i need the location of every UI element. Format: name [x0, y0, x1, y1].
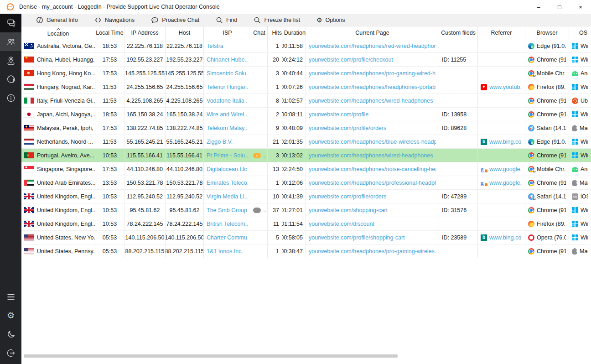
ip-address-cell: 22.225.76.118 — [124, 39, 166, 52]
visitor-row[interactable]: Australia, Victoria, Ge... 18:53 22.225.… — [21, 39, 591, 53]
isp-link[interactable]: 1&1 Ionos Inc. — [207, 248, 243, 255]
referrer-link[interactable]: www.bing.co... — [489, 139, 522, 145]
column-header-os[interactable]: OS — [569, 26, 591, 39]
visitor-row[interactable]: Italy, Friuli-Venezia Gi... 11:53 4.225.… — [21, 94, 591, 108]
column-header-hits[interactable]: Hits — [268, 26, 282, 39]
chat-bubble-answered-icon[interactable] — [253, 153, 261, 158]
current-page-link[interactable]: yourwebsite.com/headphones/red-wired-hea… — [309, 43, 436, 49]
current-page-link[interactable]: yourwebsite.com/profile/checkout — [309, 57, 393, 63]
toolbar-options-button[interactable]: ⚙ Options — [316, 17, 345, 23]
current-page-link[interactable]: yourwebsite.com/headphones/professional-… — [309, 180, 436, 186]
sidebar-item-night-mode[interactable] — [0, 325, 21, 343]
chrome-browser-icon — [528, 207, 534, 213]
current-page-link[interactable]: yourwebsite.com/profile — [309, 111, 368, 118]
referrer-link[interactable]: www.youtub... — [489, 84, 522, 90]
toolbar-navigations-button[interactable]: Navigations — [94, 16, 135, 24]
visitor-row[interactable]: Netherlands, Noord-... 11:53 55.165.245.… — [21, 135, 591, 149]
sidebar-item-visitors[interactable] — [0, 32, 21, 51]
isp-link[interactable]: British Telecom... — [207, 221, 248, 227]
local-time-cell: 05:53 — [95, 244, 124, 258]
isp-link[interactable]: Vodafone Italia ... — [207, 98, 248, 104]
close-button[interactable]: × — [570, 0, 591, 14]
current-page-link[interactable]: yourwebsite.com/headphones/wired-headpho… — [309, 152, 433, 159]
current-page-link[interactable]: yourwebsite.com/profile/shopping-cart — [309, 234, 405, 241]
sidebar-item-chats[interactable] — [0, 14, 21, 32]
visitor-row[interactable]: Malaysia, Perak, Ipoh, ... 17:53 138.222… — [21, 121, 591, 135]
isp-link[interactable]: Simcentric Solu... — [207, 70, 248, 77]
toolbar-general-info-button[interactable]: General Info — [36, 16, 78, 24]
isp-link[interactable]: Chinanet Hube... — [207, 57, 248, 63]
visitor-row[interactable]: Singapore, Singapore... 17:53 44.110.246… — [21, 162, 591, 176]
isp-link[interactable]: Telstra — [207, 43, 223, 49]
isp-link[interactable]: Digitalocean Llc — [207, 166, 247, 172]
current-page-link[interactable]: yourwebsite.com/headphones/headphones-po… — [309, 84, 436, 90]
visitor-row[interactable]: United Kingdom, Engl... 10:53 95.45.81.6… — [21, 203, 591, 217]
local-time-cell: 13:53 — [95, 176, 124, 189]
referrer-link[interactable]: www.google... — [489, 166, 522, 172]
visitor-row[interactable]: United States, New Yo... 05:53 140.115.2… — [21, 231, 591, 244]
duration-cell: 00:41:39 — [282, 190, 306, 203]
column-header-duration[interactable]: Duration — [282, 26, 306, 39]
isp-link[interactable]: Charter Commu... — [207, 234, 248, 241]
column-header-local-time[interactable]: Local Time — [95, 26, 124, 39]
visitor-row[interactable]: Hungary, Nograd, Kar... 11:53 24.255.156… — [21, 80, 591, 94]
isp-link[interactable]: Telekom Malay... — [207, 125, 248, 131]
referrer-link[interactable]: www.google... — [489, 180, 522, 186]
maximize-button[interactable]: □ — [549, 0, 570, 14]
current-page-link[interactable]: yourwebsite.com/headphones/noise-cancell… — [309, 166, 436, 172]
current-page-link[interactable]: yourwebsite.com/discount — [309, 221, 374, 227]
visitor-row[interactable]: United Kingdom, Engl... 10:53 78.24.222.… — [21, 217, 591, 231]
column-header-chat[interactable]: Chat — [251, 26, 268, 39]
minimize-button[interactable]: – — [528, 0, 549, 14]
referrer-link[interactable]: www.bing.co... — [489, 234, 522, 241]
visitor-row[interactable]: United Arab Emirates... 13:53 150.53.221… — [21, 176, 591, 190]
toolbar-find-button[interactable]: Find — [216, 16, 237, 24]
chat-bubble-pending-icon[interactable] — [253, 208, 261, 213]
visitor-row[interactable]: Portugal, Aveiro, Ave... 10:53 115.55.16… — [21, 149, 591, 162]
current-page-link[interactable]: yourwebsite.com/profile/orders — [309, 125, 386, 131]
isp-link[interactable]: Ziggo B.V. — [207, 139, 233, 145]
visitor-row[interactable]: Japan, Aichi, Nagoya, ... 18:53 165.150.… — [21, 108, 591, 121]
horizontal-scrollbar-thumb[interactable] — [24, 354, 398, 358]
os-cell: Win — [569, 80, 591, 94]
isp-link[interactable]: Wire and Wirel... — [207, 111, 248, 118]
visitor-row[interactable]: China, Hubei, Huangg... 17:53 192.55.23.… — [21, 53, 591, 67]
toolbar-freeze-list-button[interactable]: Freeze the list — [254, 16, 300, 24]
current-page-link[interactable]: yourwebsite.com/headphones/pro-gaming-wi… — [309, 70, 436, 77]
current-page-link[interactable]: yourwebsite.com/headphones/pro-gaming-wi… — [309, 248, 436, 255]
current-page-link[interactable]: yourwebsite.com/headphones/wired-headpho… — [309, 98, 433, 104]
sidebar-item-logout[interactable] — [0, 343, 21, 362]
sidebar-item-menu[interactable] — [0, 287, 21, 306]
browser-content: Edge (91.0... — [528, 43, 566, 49]
column-header-location[interactable]: Location — [21, 26, 95, 39]
browser-cell: Chrome (91... — [525, 149, 569, 162]
isp-link[interactable]: The Smb Group — [207, 207, 247, 213]
column-header-ip-address[interactable]: IP Address — [124, 26, 166, 39]
sidebar-item-settings[interactable]: ⚙ — [0, 306, 21, 325]
visitor-row[interactable]: United Kingdom, Engl... 10:53 112.95.240… — [21, 190, 591, 203]
column-header-referrer[interactable]: Referrer — [478, 26, 525, 39]
column-header-isp[interactable]: ISP — [204, 26, 251, 39]
isp-link[interactable]: Emirates Teleco... — [207, 180, 248, 186]
sidebar-item-geo-location[interactable] — [0, 51, 21, 70]
visitor-row[interactable]: Hong Kong, Hong Ko... 17:53 145.255.125.… — [21, 67, 591, 80]
sidebar-item-info[interactable] — [0, 88, 21, 107]
horizontal-scrollbar[interactable] — [21, 354, 591, 358]
column-header-current-page[interactable]: Current Page — [306, 26, 439, 39]
column-header-host[interactable]: Host — [166, 26, 204, 39]
column-header-browser[interactable]: Browser — [525, 26, 569, 39]
isp-link[interactable]: Pt Prime - Solu... — [207, 152, 248, 159]
os-label: iOS — [581, 193, 588, 200]
isp-link[interactable]: Telenor Hungar... — [207, 84, 248, 90]
sidebar-item-operators[interactable] — [0, 70, 21, 88]
current-page-link[interactable]: yourwebsite.com/profile/orders — [309, 193, 386, 200]
edge-browser-icon — [528, 139, 534, 145]
visitor-row[interactable]: United States, Pennsy... 05:53 88.202.21… — [21, 244, 591, 258]
column-header-custom-fields[interactable]: Custom fileds — [439, 26, 478, 39]
isp-link[interactable]: Virgin Media Li... — [207, 193, 248, 200]
current-page-link[interactable]: yourwebsite.com/shopping-cart — [309, 207, 388, 213]
current-page-link[interactable]: yourwebsite.com/headphones/blue-wireless… — [309, 139, 436, 145]
hits-cell: 1 — [268, 80, 282, 94]
toolbar-proactive-chat-button[interactable]: Proactive Chat — [151, 16, 199, 24]
ip-address-cell: 112.95.240.52 — [124, 190, 166, 203]
